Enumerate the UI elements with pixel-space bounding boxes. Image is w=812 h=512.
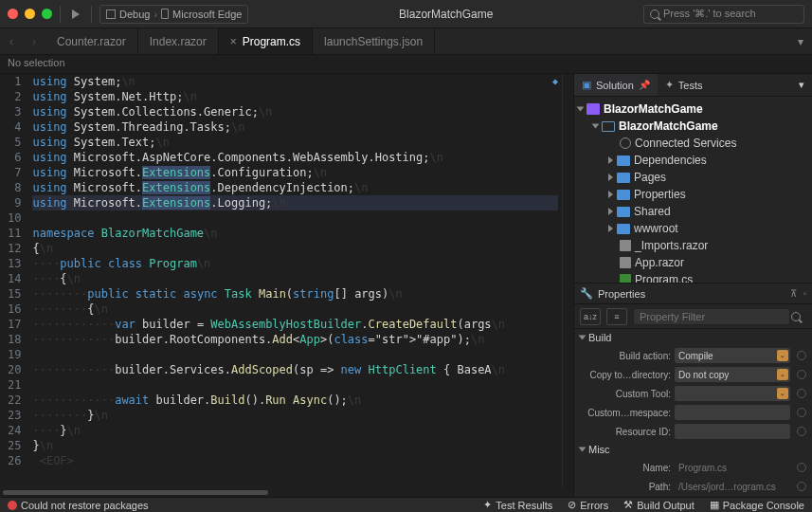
dropdown-icon[interactable]: ⌄: [777, 350, 788, 361]
property-row: Build action:Compile⌄: [574, 346, 812, 365]
debug-config-selector[interactable]: Debug › Microsoft Edge: [99, 5, 248, 24]
properties-panel: 🔧 Properties ⊼▫ a↓z ≡ Build Build action…: [574, 283, 812, 497]
reset-button[interactable]: [797, 370, 806, 379]
property-label: Build action:: [580, 351, 671, 361]
reset-button[interactable]: [797, 408, 806, 417]
reset-button[interactable]: [797, 389, 806, 398]
tree-item[interactable]: Properties: [634, 188, 686, 201]
reset-button[interactable]: [797, 351, 806, 360]
search-icon: [650, 9, 659, 19]
reset-button[interactable]: [797, 463, 806, 472]
sidebar-overflow[interactable]: ▾: [791, 74, 812, 96]
code-content[interactable]: using System;\nusing System.Net.Http;\nu…: [28, 74, 562, 487]
property-value[interactable]: Compile⌄: [675, 348, 790, 363]
disclosure-icon[interactable]: [608, 191, 613, 198]
disclosure-icon[interactable]: [579, 448, 586, 452]
razor-icon: [620, 240, 631, 251]
tab-launch[interactable]: launchSettings.json: [313, 28, 435, 54]
close-tab-icon[interactable]: ×: [230, 35, 237, 48]
disclosure-icon[interactable]: [579, 336, 586, 340]
property-value[interactable]: ⌄: [675, 386, 790, 401]
tab-counter[interactable]: Counter.razor: [45, 28, 138, 54]
status-bar: Could not restore packages ✦Test Results…: [0, 497, 812, 512]
tree-item[interactable]: _Imports.razor: [635, 239, 708, 252]
tab-index[interactable]: Index.razor: [138, 28, 219, 54]
disclosure-icon[interactable]: [608, 208, 613, 215]
sidebar: ▣Solution📌 ✦Tests ▾ BlazorMatchGame Blaz…: [573, 74, 812, 497]
disclosure-icon[interactable]: [608, 174, 613, 181]
tree-item[interactable]: Program.cs: [635, 273, 693, 283]
property-value[interactable]: Program.cs: [675, 460, 790, 475]
property-row: Custom…mespace:: [574, 403, 812, 422]
error-icon: [8, 501, 17, 510]
property-label: Custom…mespace:: [580, 408, 671, 418]
property-value[interactable]: /Users/jord…rogram.cs: [675, 479, 790, 494]
run-button[interactable]: [72, 9, 80, 19]
folder-icon: [617, 207, 630, 217]
project-name[interactable]: BlazorMatchGame: [619, 119, 718, 133]
properties-title: Properties: [598, 288, 645, 300]
search-placeholder: Press '⌘.' to search: [663, 8, 756, 20]
property-label: Path:: [580, 482, 671, 492]
solution-icon: [586, 103, 600, 115]
tab-overflow[interactable]: ▾: [789, 28, 812, 54]
category-build[interactable]: Build: [588, 332, 611, 343]
close-window[interactable]: [8, 9, 18, 19]
target-icon: [161, 9, 169, 19]
status-error[interactable]: Could not restore packages: [8, 500, 149, 511]
status-build-output[interactable]: ⚒Build Output: [623, 499, 695, 511]
nav-forward[interactable]: ›: [23, 28, 45, 54]
property-value[interactable]: Do not copy⌄: [675, 367, 790, 382]
tree-item[interactable]: wwwroot: [634, 222, 678, 235]
nav-back[interactable]: ‹: [0, 28, 23, 54]
solution-tree[interactable]: BlazorMatchGame BlazorMatchGame Connecte…: [574, 97, 812, 283]
minimize-window[interactable]: [25, 9, 35, 19]
property-filter-input[interactable]: [633, 308, 790, 325]
tree-item[interactable]: Shared: [634, 205, 671, 218]
reset-button[interactable]: [797, 427, 806, 436]
wrench-icon: 🔧: [580, 287, 593, 300]
disclosure-icon[interactable]: [608, 156, 613, 164]
editor-tabs: ‹ › Counter.razor Index.razor ×Program.c…: [0, 28, 812, 55]
tests-tab[interactable]: ✦Tests: [658, 74, 711, 96]
reset-button[interactable]: [797, 482, 806, 491]
horizontal-scrollbar[interactable]: [0, 487, 573, 497]
tree-item[interactable]: Dependencies: [634, 154, 707, 167]
property-row: Path:/Users/jord…rogram.cs: [574, 477, 812, 496]
status-test-results[interactable]: ✦Test Results: [483, 499, 552, 511]
property-value[interactable]: [675, 424, 790, 439]
package-icon: ▦: [710, 499, 719, 511]
pin-icon[interactable]: 📌: [639, 80, 650, 90]
solution-name[interactable]: BlazorMatchGame: [604, 102, 703, 116]
disclosure-icon[interactable]: [577, 107, 585, 112]
maximize-window[interactable]: [42, 9, 52, 19]
window-controls: [8, 9, 52, 19]
dropdown-icon[interactable]: ⌄: [777, 388, 788, 399]
tree-item[interactable]: Connected Services: [635, 137, 736, 150]
code-editor[interactable]: 1234567891011121314151617181920212223242…: [0, 74, 573, 487]
tree-item[interactable]: App.razor: [635, 256, 684, 269]
dock-icon[interactable]: ▫: [803, 288, 806, 299]
global-search[interactable]: Press '⌘.' to search: [643, 5, 804, 24]
disclosure-icon[interactable]: [608, 225, 613, 232]
folder-icon: [617, 173, 630, 183]
property-label: Copy to…directory:: [580, 370, 671, 380]
status-package-console[interactable]: ▦Package Console: [710, 499, 804, 511]
sort-alpha-button[interactable]: a↓z: [580, 308, 601, 325]
dropdown-icon[interactable]: ⌄: [777, 369, 788, 380]
search-icon: [791, 312, 801, 321]
tree-item[interactable]: Pages: [634, 171, 666, 184]
category-misc[interactable]: Misc: [588, 444, 610, 455]
cs-icon: [620, 274, 631, 283]
property-value[interactable]: [675, 405, 790, 420]
disclosure-icon[interactable]: [592, 124, 600, 129]
status-errors[interactable]: ⊘Errors: [568, 499, 608, 511]
breadcrumb[interactable]: No selection: [0, 55, 812, 74]
property-label: Name:: [580, 463, 671, 473]
sort-category-button[interactable]: ≡: [606, 308, 627, 325]
pin-icon[interactable]: ⊼: [790, 288, 797, 299]
minimap[interactable]: [562, 74, 573, 487]
tab-program[interactable]: ×Program.cs: [219, 28, 313, 54]
solution-tab[interactable]: ▣Solution📌: [574, 74, 658, 96]
folder-icon: [617, 224, 630, 234]
